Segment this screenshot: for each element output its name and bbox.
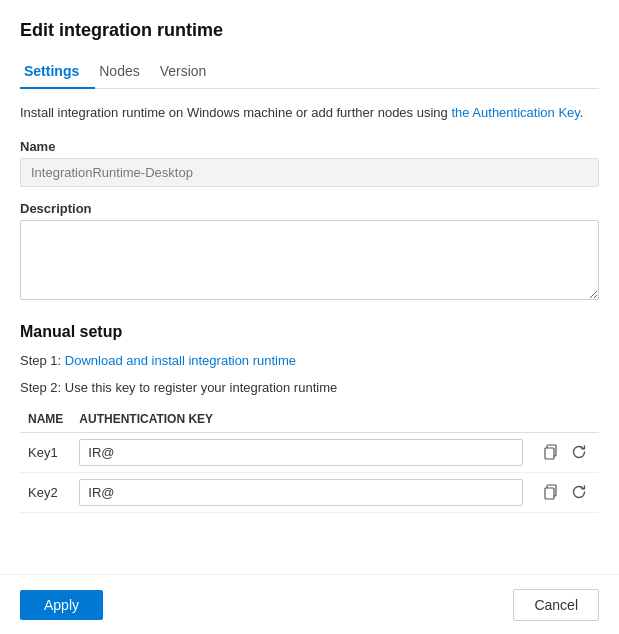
col-header-auth-key: AUTHENTICATION KEY [71, 406, 531, 433]
copy-icon [543, 444, 559, 460]
key2-refresh-button[interactable] [567, 481, 591, 503]
svg-rect-3 [545, 488, 554, 499]
key1-copy-button[interactable] [539, 441, 563, 463]
name-input[interactable] [20, 158, 599, 187]
manual-setup-title: Manual setup [20, 323, 599, 341]
col-header-name: NAME [20, 406, 71, 433]
name-label: Name [20, 139, 599, 154]
intro-text: Install integration runtime on Windows m… [20, 103, 599, 123]
tab-settings[interactable]: Settings [20, 55, 95, 89]
auth-key-link[interactable]: the Authentication Key [451, 105, 579, 120]
tab-bar: Settings Nodes Version [20, 55, 599, 89]
key2-copy-button[interactable] [539, 481, 563, 503]
refresh-icon [571, 484, 587, 500]
keys-table: NAME AUTHENTICATION KEY Key1 [20, 406, 599, 513]
key-row-2: Key2 [20, 472, 599, 512]
description-label: Description [20, 201, 599, 216]
key1-name: Key1 [20, 432, 71, 472]
key1-refresh-button[interactable] [567, 441, 591, 463]
apply-button[interactable]: Apply [20, 590, 103, 620]
key-row-1: Key1 [20, 432, 599, 472]
footer: Apply Cancel [0, 574, 619, 634]
step2-text: Step 2: Use this key to register your in… [20, 378, 599, 398]
copy-icon [543, 484, 559, 500]
key2-input[interactable] [79, 479, 523, 506]
description-textarea[interactable] [20, 220, 599, 300]
step1-text: Step 1: Download and install integration… [20, 351, 599, 371]
cancel-button[interactable]: Cancel [513, 589, 599, 621]
download-link[interactable]: Download and install integration runtime [65, 353, 296, 368]
svg-rect-1 [545, 448, 554, 459]
key2-name: Key2 [20, 472, 71, 512]
tab-version[interactable]: Version [156, 55, 223, 89]
tab-nodes[interactable]: Nodes [95, 55, 155, 89]
refresh-icon [571, 444, 587, 460]
page-title: Edit integration runtime [20, 20, 599, 41]
key1-input[interactable] [79, 439, 523, 466]
